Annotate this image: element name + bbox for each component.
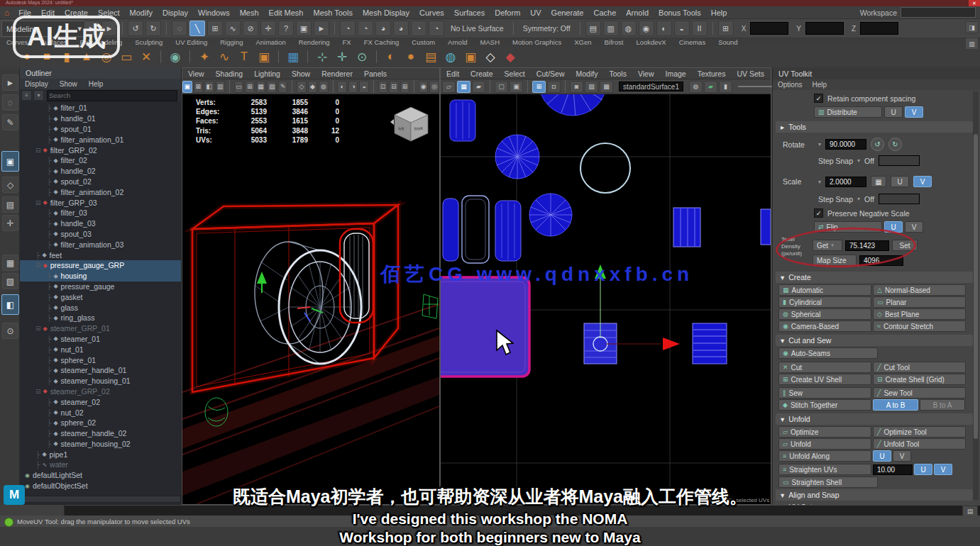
stitch-together-button[interactable]: ◆Stitch Together [778,399,871,411]
unfold-along-v-toggle[interactable]: V [893,450,911,462]
outliner-item-glass[interactable]: ├◆glass [20,302,181,313]
distribute-u-toggle[interactable]: U [884,106,903,118]
image-plane-icon[interactable]: ▭ [234,81,244,93]
cursor-icon[interactable]: ► [314,21,329,36]
filter-icon[interactable]: ▾ [33,90,44,101]
expand-toggle-icon[interactable]: ⊟ [35,147,41,154]
uv-menu-modify[interactable]: Modify [570,69,603,78]
playblast-icon[interactable]: ◐ [656,21,672,36]
sculpt-icon[interactable]: ◉ [167,48,184,65]
boolean-icon[interactable]: ◐ [382,48,400,65]
outliner-item-handle-03[interactable]: ├◆handle_03 [20,218,181,229]
shadows-icon[interactable]: ◑ [348,81,358,93]
straighten-v-toggle[interactable]: V [934,464,952,475]
universal-manip-tool-button[interactable]: ✛ [2,215,18,231]
sparkle-icon[interactable]: ✦ [196,48,213,65]
unfold-along-u-toggle[interactable]: U [873,450,891,462]
render-icon[interactable]: ▤ [585,21,601,36]
outliner-item-water[interactable]: ├∿water [20,459,181,470]
axis-input-y[interactable] [805,22,844,35]
lattice-icon[interactable]: ⊹ [314,48,331,65]
uv-menu-tools[interactable]: Tools [603,69,632,78]
unfold-button[interactable]: ▱Unfold [778,438,871,450]
outliner-item-filter-animation-02[interactable]: ├◆filter_animation_02 [20,186,181,197]
outliner-item-handle-01[interactable]: ├◆handle_01 [20,113,181,124]
dim-image-icon[interactable]: ▩ [600,81,613,93]
rotate-cw-button[interactable]: ↻ [888,138,902,151]
straighten-uvs-button[interactable]: ≡Straighten UVs [778,464,871,475]
workspace-dropdown[interactable] [901,7,976,18]
texture-bake-icon[interactable]: ◉ [639,21,654,36]
exposure-icon[interactable]: ◉ [419,81,429,93]
mirror-icon[interactable]: ◍ [442,48,459,65]
outliner-item-filter-02[interactable]: ├◆filter_02 [20,155,181,166]
outliner-item-sphere-01[interactable]: ├◆sphere_01 [20,355,181,365]
image-icon[interactable]: ◙ [570,81,583,93]
shelf-tab-custom[interactable]: Custom [405,38,441,46]
xray-icon[interactable]: ⊟ [389,81,399,93]
safe-action-icon[interactable]: ✎ [278,81,288,93]
outliner-item-steamer-01[interactable]: ├◆steamer_01 [20,334,181,345]
render-region-icon[interactable]: ▥ [603,21,619,36]
outliner-menu-display[interactable]: Display [20,80,53,88]
outliner-menu-help[interactable]: Help [84,80,109,88]
uv-menu-view[interactable]: View [632,69,660,78]
shelf-tab-mash[interactable]: MASH [474,38,506,46]
outliner-item-steamer-housing-01[interactable]: ├◆steamer_housing_01 [20,376,181,386]
uv-menu-uv-sets[interactable]: UV Sets [731,69,770,78]
construction-3-icon[interactable]: ◕ [375,21,391,36]
viewport-menu-lighting[interactable]: Lighting [248,69,286,78]
select-tool-button[interactable]: ► [2,74,18,91]
shelf-tab-fx-caching[interactable]: FX Caching [358,38,406,46]
smooth-icon[interactable]: ● [402,48,419,65]
shelf-tab-animation[interactable]: Animation [249,38,292,46]
straighten-u-toggle[interactable]: U [914,464,932,475]
outliner-item-filter-grp-03[interactable]: ⊟◆filter_GRP_03 [20,197,181,208]
normal-based-button[interactable]: △Normal-Based [873,284,966,296]
construction-1-icon[interactable]: ◔ [340,21,356,36]
curve-tool-icon[interactable]: ∿ [216,48,233,65]
textured-icon[interactable]: ◍ [319,81,329,93]
combine-icon[interactable]: ▤ [422,48,439,65]
rotate-tool-button[interactable]: ◇ [2,177,18,193]
shaded-icon[interactable]: ◆ [308,81,318,93]
plane-primitive-icon[interactable]: ▭ [118,48,135,65]
lasso-select-icon[interactable]: ◌ [172,21,187,36]
unfold-tool-button[interactable]: ╱Unfold Tool [873,438,966,450]
auto-seams-button[interactable]: ◉Auto-Seams [778,347,878,359]
search-input[interactable] [47,90,177,101]
stitch-b-to-a-toggle[interactable]: B to A [920,399,965,411]
outliner-item-nut-01[interactable]: ├◆nut_01 [20,344,181,355]
menu-uv[interactable]: UV [525,9,546,17]
joint-icon[interactable]: ✛ [334,48,351,65]
lock-icon[interactable]: ▣ [296,21,312,36]
redo-icon[interactable]: ↻ [145,21,161,36]
shelf-tab-xgen[interactable]: XGen [568,38,598,46]
isolate-icon[interactable]: ⊡ [378,81,388,93]
line-tool-icon[interactable]: ╲ [189,21,205,36]
shelf-tab-lookdevx[interactable]: LookdevX [629,38,672,46]
ik-handle-icon[interactable]: ⊙ [353,48,370,65]
pause-icon[interactable]: II [692,21,708,36]
shelf-tab-sound[interactable]: Sound [712,38,744,46]
menu-mesh[interactable]: Mesh [235,9,264,17]
lock-camera-icon[interactable]: ⊠ [194,81,204,93]
uv-menu-cut-sew[interactable]: Cut/Sew [531,69,571,78]
extrude-icon[interactable]: ▣ [462,48,479,65]
section-create[interactable]: ▾ Create [776,272,973,283]
viewport-menu-panels[interactable]: Panels [358,69,392,78]
expand-toggle-icon[interactable]: ⊟ [35,262,41,269]
create-uv-shell-button[interactable]: ⊞Create UV Shell [778,374,871,385]
symmetry-status[interactable]: Symmetry: Off [523,24,571,33]
outliner-item-steamer-grp-02[interactable]: ⊟◆steamer_GRP_02 [20,386,181,397]
shade-uvs-icon[interactable]: ▰ [472,81,485,93]
toolkit-menu-options[interactable]: Options [773,81,807,89]
uv-menu-select[interactable]: Select [499,69,531,78]
cut-tool-button[interactable]: ╱Cut Tool [873,362,966,373]
image-range-icon[interactable]: ▨ [585,81,598,93]
sew-tool-button[interactable]: ╱Sew Tool [873,387,966,399]
shelf-tab-rendering[interactable]: Rendering [292,38,336,46]
scale-tool-button[interactable]: ▤ [2,196,18,213]
shelf-tab-rigging[interactable]: Rigging [214,38,249,46]
outliner-item-spout-03[interactable]: ├◆spout_03 [20,229,181,240]
